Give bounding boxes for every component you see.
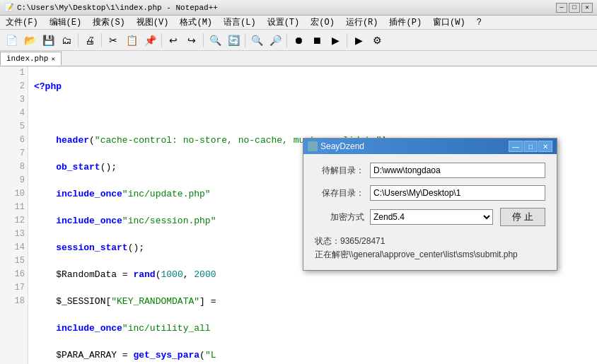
cut-button[interactable]: ✂ xyxy=(105,32,122,49)
menu-bar: 文件(F) 编辑(E) 搜索(S) 视图(V) 格式(M) 语言(L) 设置(T… xyxy=(0,16,597,30)
dialog-icon xyxy=(308,141,318,151)
find-button[interactable]: 🔍 xyxy=(207,32,224,49)
status-area: 状态：9365/28471 正在解密\\general\approve_cent… xyxy=(315,233,545,262)
save-all-button[interactable]: 🗂 xyxy=(58,32,75,49)
macro-play-button[interactable]: ▶ xyxy=(327,32,344,49)
dialog-title: SeayDzend xyxy=(320,141,509,151)
status-line-2: 正在解密\\general\approve_center\list\sms\su… xyxy=(315,248,545,262)
macro-record-button[interactable]: ⏺ xyxy=(290,32,307,49)
source-dir-row: 待解目录： xyxy=(315,163,545,178)
dialog-titlebar: SeayDzend — □ ✕ xyxy=(303,139,557,154)
toolbar-sep-1 xyxy=(78,33,79,47)
tab-close-button[interactable]: ✕ xyxy=(51,55,54,63)
undo-button[interactable]: ↩ xyxy=(165,32,182,49)
copy-button[interactable]: 📋 xyxy=(123,32,140,49)
encrypt-label: 加密方式 xyxy=(315,211,364,223)
tab-label: index.php xyxy=(6,54,48,63)
code-line-1: <?php xyxy=(34,80,591,93)
open-button[interactable]: 📂 xyxy=(21,32,38,49)
encrypt-row: 加密方式 Zend5.4 停 止 xyxy=(315,208,545,226)
paste-button[interactable]: 📌 xyxy=(141,32,158,49)
dialog-title-buttons: — □ ✕ xyxy=(509,141,552,152)
menu-view[interactable]: 视图(V) xyxy=(134,16,172,29)
toolbar-sep-6 xyxy=(286,33,287,47)
menu-plugins[interactable]: 插件(P) xyxy=(386,16,424,29)
menu-file[interactable]: 文件(F) xyxy=(3,16,41,29)
dest-dir-label: 保存目录： xyxy=(315,187,364,199)
dest-dir-row: 保存目录： xyxy=(315,185,545,201)
menu-settings[interactable]: 设置(T) xyxy=(265,16,303,29)
dialog-body: 待解目录： 保存目录： 加密方式 Zend5.4 停 止 状态：9365/284… xyxy=(303,154,557,270)
new-button[interactable]: 📄 xyxy=(3,32,20,49)
toolbar-sep-2 xyxy=(101,33,102,47)
toolbar-sep-3 xyxy=(161,33,162,47)
print-button[interactable]: 🖨 xyxy=(81,32,98,49)
code-line-2 xyxy=(34,107,591,120)
app-icon: 📝 xyxy=(4,3,14,12)
dialog-maximize-button[interactable]: □ xyxy=(523,141,538,152)
zoom-out-button[interactable]: 🔎 xyxy=(267,32,284,49)
save-button[interactable]: 💾 xyxy=(40,32,57,49)
tab-index-php[interactable]: index.php ✕ xyxy=(0,52,62,66)
replace-button[interactable]: 🔄 xyxy=(225,32,242,49)
menu-window[interactable]: 窗口(W) xyxy=(430,16,468,29)
seaydzend-dialog[interactable]: SeayDzend — □ ✕ 待解目录： 保存目录： 加密方式 Zend5.4 xyxy=(303,138,557,271)
dialog-minimize-button[interactable]: — xyxy=(509,141,523,152)
macro-stop-button[interactable]: ⏹ xyxy=(308,32,325,49)
redo-button[interactable]: ↪ xyxy=(183,32,200,49)
encrypt-select[interactable]: Zend5.4 xyxy=(370,209,493,225)
menu-language[interactable]: 语言(L) xyxy=(221,16,259,29)
window-controls: — □ ✕ xyxy=(556,3,593,13)
title-bar: 📝 C:\Users\My\Desktop\1\index.php - Note… xyxy=(0,0,597,16)
menu-format[interactable]: 格式(M) xyxy=(177,16,215,29)
source-dir-input[interactable] xyxy=(370,163,545,178)
toolbar-sep-5 xyxy=(245,33,245,47)
status-count: 9365/28471 xyxy=(340,236,385,246)
stop-button[interactable]: 停 止 xyxy=(500,208,545,226)
close-button[interactable]: ✕ xyxy=(581,3,593,13)
status-line-1: 状态：9365/28471 xyxy=(315,235,545,248)
menu-run[interactable]: 运行(R) xyxy=(343,16,381,29)
zoom-in-button[interactable]: 🔍 xyxy=(248,32,265,49)
settings-button[interactable]: ⚙ xyxy=(369,32,386,49)
toolbar: 📄 📂 💾 🗂 🖨 ✂ 📋 📌 ↩ ↪ 🔍 🔄 🔍 🔎 ⏺ ⏹ ▶ ▶ ⚙ xyxy=(0,30,597,51)
dialog-close-button[interactable]: ✕ xyxy=(538,141,552,152)
menu-edit[interactable]: 编辑(E) xyxy=(47,16,85,29)
menu-search[interactable]: 搜索(S) xyxy=(90,16,128,29)
run-button[interactable]: ▶ xyxy=(350,32,367,49)
code-line-11: $PARA_ARRAY = get_sys_para("L xyxy=(34,348,591,362)
menu-macro[interactable]: 宏(O) xyxy=(308,16,337,29)
minimize-button[interactable]: — xyxy=(556,3,567,13)
maximize-button[interactable]: □ xyxy=(569,3,580,13)
toolbar-sep-7 xyxy=(347,33,347,47)
source-dir-label: 待解目录： xyxy=(315,165,364,177)
status-label: 状态： xyxy=(315,236,340,246)
line-numbers: 12345 678910 1112131415 161718 xyxy=(0,66,28,364)
toolbar-sep-4 xyxy=(203,33,204,47)
code-line-9: $_SESSION["KEY_RANDOMDATA"] = xyxy=(34,295,591,308)
menu-help[interactable]: ? xyxy=(474,17,485,28)
window-title: C:\Users\My\Desktop\1\index.php - Notepa… xyxy=(17,4,556,12)
code-line-10: include_once "inc/utility_all xyxy=(34,322,591,335)
tab-bar: index.php ✕ xyxy=(0,51,597,66)
dest-dir-input[interactable] xyxy=(370,185,545,201)
